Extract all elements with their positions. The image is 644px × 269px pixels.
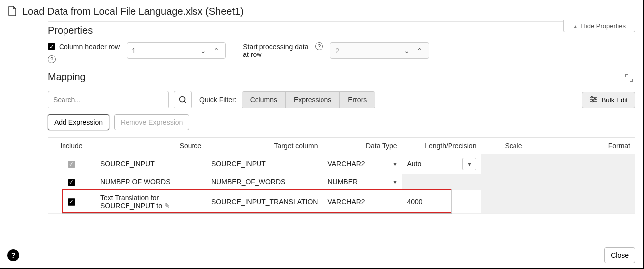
- datatype-cell[interactable]: NUMBER▾: [322, 174, 402, 190]
- source-cell[interactable]: Text Translation for SOURCE_INPUT to✎: [95, 190, 206, 213]
- close-button[interactable]: Close: [604, 247, 635, 263]
- scale-cell: [481, 190, 527, 213]
- column-header-row-checkbox[interactable]: ✓: [48, 43, 55, 50]
- source-cell[interactable]: SOURCE_INPUT: [95, 154, 206, 174]
- search-input[interactable]: [48, 91, 169, 108]
- filter-errors[interactable]: Errors: [340, 92, 375, 108]
- chevron-down-icon: ⌄: [404, 47, 410, 54]
- search-button[interactable]: [174, 91, 192, 108]
- format-cell: [527, 190, 635, 213]
- length-cell[interactable]: 4000: [402, 190, 481, 213]
- datatype-cell[interactable]: VARCHAR2▾: [322, 154, 402, 174]
- format-cell: [527, 154, 635, 174]
- table-row[interactable]: ✓Text Translation for SOURCE_INPUT to✎SO…: [48, 190, 635, 213]
- pencil-icon[interactable]: ✎: [164, 202, 170, 210]
- table-row[interactable]: ✓NUMBER OF WORDSNUMBER_OF_WORDSNUMBER▾: [48, 174, 635, 190]
- add-expression-button[interactable]: Add Expression: [48, 114, 109, 130]
- col-scale[interactable]: Scale: [481, 138, 527, 154]
- mapping-heading: Mapping: [48, 68, 86, 88]
- col-datatype[interactable]: Data Type: [322, 138, 402, 154]
- svg-point-0: [179, 96, 185, 102]
- target-cell[interactable]: NUMBER_OF_WORDS: [206, 174, 322, 190]
- chevron-down-icon[interactable]: ▾: [393, 178, 397, 186]
- start-row-stepper: 2 ⌄ ⌃: [330, 42, 429, 59]
- file-icon: [7, 5, 17, 18]
- column-header-row-label: Column header row: [59, 42, 120, 51]
- chevron-down-icon[interactable]: ⌄: [200, 47, 206, 54]
- svg-point-2: [594, 98, 596, 100]
- remove-expression-button: Remove Expression: [114, 114, 189, 130]
- chevron-up-icon: ▲: [573, 24, 578, 29]
- svg-point-1: [591, 96, 593, 98]
- quick-filter-label: Quick Filter:: [199, 96, 237, 104]
- hide-properties-button[interactable]: ▲ Hide Properties: [563, 20, 635, 32]
- page-title: Load Data from Local File Language.xlsx …: [22, 6, 244, 17]
- source-cell[interactable]: NUMBER OF WORDS: [95, 174, 206, 190]
- chevron-down-icon[interactable]: ▾: [393, 160, 397, 168]
- col-source[interactable]: Source: [95, 138, 206, 154]
- col-include[interactable]: Include: [48, 138, 95, 154]
- column-header-row-stepper[interactable]: 1 ⌄ ⌃: [127, 42, 226, 59]
- col-length[interactable]: Length/Precision: [402, 138, 481, 154]
- svg-point-3: [592, 100, 594, 102]
- filter-expressions[interactable]: Expressions: [286, 92, 340, 108]
- scale-cell: [481, 174, 527, 190]
- length-cell[interactable]: Auto▾: [402, 154, 481, 174]
- include-checkbox[interactable]: ✓: [68, 198, 75, 206]
- chevron-up-icon[interactable]: ⌃: [213, 47, 219, 54]
- format-cell: [527, 174, 635, 190]
- include-checkbox[interactable]: ✓: [68, 161, 75, 168]
- length-dropdown[interactable]: ▾: [462, 158, 476, 170]
- chevron-up-icon: ⌃: [417, 47, 423, 54]
- start-row-label: Start processing data at row: [243, 42, 312, 58]
- properties-heading: Properties: [48, 22, 635, 41]
- filter-columns[interactable]: Columns: [242, 92, 286, 108]
- help-icon[interactable]: ?: [315, 42, 323, 50]
- col-target[interactable]: Target column: [206, 138, 322, 154]
- bulk-edit-button[interactable]: Bulk Edit: [582, 92, 635, 108]
- col-format[interactable]: Format: [527, 138, 635, 154]
- mapping-table: Include Source Target column Data Type L…: [48, 137, 635, 214]
- sliders-icon: [589, 96, 597, 104]
- expand-icon[interactable]: [622, 72, 635, 85]
- scale-cell: [481, 154, 527, 174]
- target-cell[interactable]: SOURCE_INPUT_TRANSLATION: [206, 190, 322, 213]
- include-checkbox[interactable]: ✓: [68, 179, 75, 186]
- datatype-cell[interactable]: VARCHAR2: [322, 190, 402, 213]
- help-icon[interactable]: ?: [48, 55, 56, 63]
- target-cell[interactable]: SOURCE_INPUT: [206, 154, 322, 174]
- table-row[interactable]: ✓SOURCE_INPUTSOURCE_INPUTVARCHAR2▾Auto▾: [48, 154, 635, 174]
- length-cell[interactable]: [402, 174, 481, 190]
- quick-filter-group: Columns Expressions Errors: [242, 91, 376, 108]
